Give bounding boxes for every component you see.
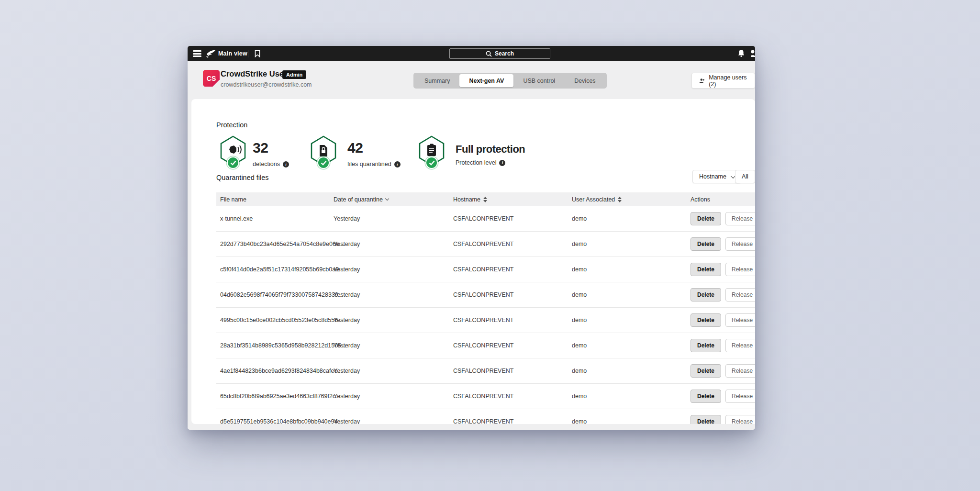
- quarantined-label: files quarantinedi: [347, 161, 401, 167]
- cell-date: Yesterday: [334, 266, 453, 273]
- table-row: 04d6082e5698f74065f79f733007587428339...…: [216, 282, 755, 308]
- sort-desc-icon: [385, 197, 389, 201]
- delete-button[interactable]: Delete: [690, 364, 721, 378]
- cell-actions: Delete Release: [690, 237, 755, 251]
- cell-hostname: CSFALCONPREVENT: [453, 368, 572, 374]
- table-row: x-tunnel.exe Yesterday CSFALCONPREVENT d…: [216, 206, 755, 232]
- delete-button[interactable]: Delete: [690, 212, 721, 225]
- falcon-logo-icon[interactable]: [206, 49, 216, 60]
- cell-file-name: 28a31bf3514b8989c5365d958b928212d1505...: [216, 342, 334, 349]
- column-user-associated[interactable]: User Associated: [572, 196, 690, 203]
- cell-date: Yesterday: [334, 368, 453, 374]
- column-actions: Actions: [690, 196, 755, 203]
- filter-value-button[interactable]: All: [735, 170, 755, 183]
- topbar-divider: [248, 50, 248, 57]
- table-row: 4ae1f844823b6bce9ad6293f824834b8cafec...…: [216, 358, 755, 384]
- cell-user: demo: [572, 241, 690, 247]
- table-body: x-tunnel.exe Yesterday CSFALCONPREVENT d…: [216, 206, 755, 424]
- cell-hostname: CSFALCONPREVENT: [453, 393, 572, 400]
- release-button[interactable]: Release: [725, 339, 755, 352]
- release-button[interactable]: Release: [725, 313, 755, 327]
- delete-button[interactable]: Delete: [690, 390, 721, 403]
- check-badge-icon: [317, 156, 330, 169]
- table-row: 292d773b40bc23a4d65e254a7054c8e9e06e... …: [216, 232, 755, 257]
- filter-value-label: All: [742, 173, 748, 180]
- filter-field-label: Hostname: [699, 173, 726, 180]
- window-bottom-strip: [188, 424, 755, 430]
- column-date-of-quarantine[interactable]: Date of quarantine: [334, 196, 453, 203]
- cell-hostname: CSFALCONPREVENT: [453, 215, 572, 222]
- delete-button[interactable]: Delete: [690, 288, 721, 301]
- tab-summary[interactable]: Summary: [415, 74, 459, 87]
- tab-usb-control[interactable]: USB control: [513, 74, 565, 87]
- crowdstrike-user-avatar: CS: [203, 70, 220, 87]
- detections-label: detectionsi: [253, 161, 289, 167]
- info-icon[interactable]: i: [283, 161, 289, 167]
- quarantined-count: 42: [347, 140, 363, 156]
- content-card: Protection 32 detectionsi 42: [191, 99, 755, 424]
- user-name: CrowdStrike User: [221, 69, 287, 78]
- release-button[interactable]: Release: [725, 212, 755, 225]
- cell-actions: Delete Release: [690, 288, 755, 301]
- quarantined-file-icon: [320, 145, 327, 156]
- quarantined-files-title: Quarantined files: [216, 174, 269, 181]
- cell-hostname: CSFALCONPREVENT: [453, 291, 572, 298]
- delete-button[interactable]: Delete: [690, 313, 721, 327]
- bookmark-icon[interactable]: [255, 50, 260, 59]
- release-button[interactable]: Release: [725, 364, 755, 378]
- cell-file-name: d5e5197551eb9536c104e8bfbc09bb940e94...: [216, 418, 334, 424]
- cell-actions: Delete Release: [690, 339, 755, 352]
- release-button[interactable]: Release: [725, 237, 755, 251]
- tab-devices[interactable]: Devices: [565, 74, 605, 87]
- info-icon[interactable]: i: [499, 160, 505, 166]
- info-icon[interactable]: i: [394, 161, 401, 167]
- delete-button[interactable]: Delete: [690, 263, 721, 276]
- check-badge-icon: [425, 156, 438, 169]
- cell-user: demo: [572, 317, 690, 324]
- manage-users-button[interactable]: Manage users (2): [691, 73, 755, 89]
- cell-user: demo: [572, 418, 690, 424]
- cell-file-name: x-tunnel.exe: [216, 215, 334, 222]
- main-view-label[interactable]: Main view: [218, 50, 247, 57]
- cell-date: Yesterday: [334, 215, 453, 222]
- avatar-initials: CS: [207, 75, 216, 82]
- release-button[interactable]: Release: [725, 288, 755, 301]
- cell-user: demo: [572, 291, 690, 298]
- delete-button[interactable]: Delete: [690, 415, 721, 424]
- cell-actions: Delete Release: [690, 390, 755, 403]
- column-hostname[interactable]: Hostname: [453, 196, 572, 203]
- delete-button[interactable]: Delete: [690, 237, 721, 251]
- top-bar: Main view Search: [188, 46, 755, 61]
- profile-icon-partial[interactable]: [751, 49, 755, 60]
- cell-file-name: c5f0f414d0de2a5f51c17314f92055b69cb0a9..…: [216, 266, 334, 273]
- table-row: 65dc8bf20b6f9ab6925ae3ed4663cf8769f2c...…: [216, 384, 755, 409]
- cell-user: demo: [572, 368, 690, 374]
- protection-level-widget-icon: [418, 135, 445, 169]
- cell-actions: Delete Release: [690, 313, 755, 327]
- column-file-name[interactable]: File name: [216, 196, 334, 203]
- search-input[interactable]: Search: [449, 48, 550, 59]
- cell-actions: Delete Release: [690, 415, 755, 424]
- cell-date: Yesterday: [334, 317, 453, 324]
- cell-file-name: 04d6082e5698f74065f79f733007587428339...: [216, 291, 334, 298]
- release-button[interactable]: Release: [725, 390, 755, 403]
- delete-button[interactable]: Delete: [690, 339, 721, 352]
- cell-date: Yesterday: [334, 418, 453, 424]
- cell-user: demo: [572, 215, 690, 222]
- cell-actions: Delete Release: [690, 364, 755, 378]
- cell-user: demo: [572, 342, 690, 349]
- release-button[interactable]: Release: [725, 263, 755, 276]
- release-button[interactable]: Release: [725, 415, 755, 424]
- cell-actions: Delete Release: [690, 263, 755, 276]
- notifications-bell-icon[interactable]: [737, 49, 746, 60]
- cell-file-name: 4ae1f844823b6bce9ad6293f824834b8cafec...: [216, 368, 334, 374]
- cell-file-name: 4995c00c15e0ce002cb5cd05523e05c8d556...: [216, 317, 334, 324]
- cell-date: Yesterday: [334, 342, 453, 349]
- hamburger-menu-icon[interactable]: [193, 50, 201, 57]
- detection-hexagon-icon: [229, 145, 241, 154]
- check-badge-icon: [227, 156, 239, 169]
- tab-next-gen-av[interactable]: Next-gen AV: [459, 74, 513, 87]
- quarantined-widget-icon: [310, 135, 337, 169]
- hostname-filter-dropdown[interactable]: Hostname: [692, 170, 741, 183]
- cell-file-name: 292d773b40bc23a4d65e254a7054c8e9e06e...: [216, 241, 334, 247]
